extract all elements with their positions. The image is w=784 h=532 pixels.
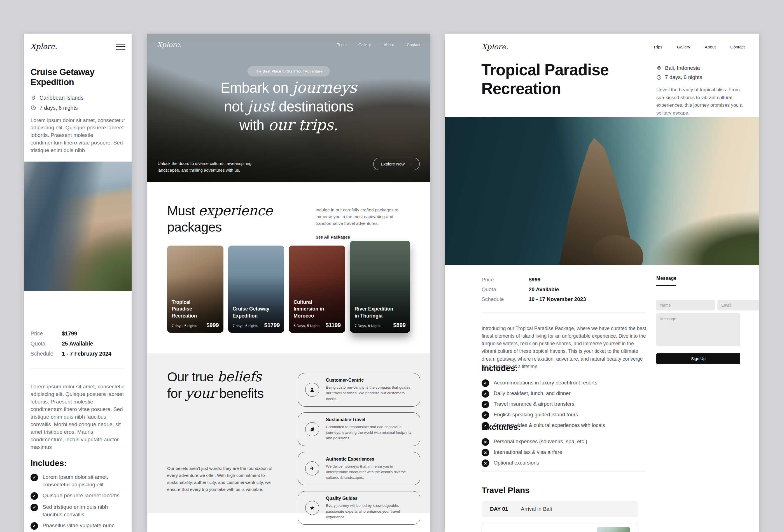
packages-side: Indulge in our carefully crafted package… (315, 207, 410, 241)
package-price: $999 (206, 322, 219, 329)
beliefs-heading: Our true beliefs for your benefits (167, 369, 263, 402)
day-title: Arrival in Bali (521, 506, 552, 512)
list-item: Quisque posuere laoreet lobortis (30, 492, 125, 500)
package-card[interactable]: Cultural Immersion in Morocco 6 Days, 5 … (289, 246, 345, 333)
name-field[interactable] (656, 300, 715, 310)
nav-contact[interactable]: Contact (730, 45, 745, 49)
list-item: Optional excursions (482, 459, 587, 467)
heading-text: for (167, 386, 185, 401)
package-duration: 6 Days, 5 Nights (293, 324, 320, 328)
trip-meta: Bali, Indonesia 7 days, 6 nights Unveil … (656, 65, 746, 117)
message-field[interactable] (656, 313, 740, 346)
belief-cards: Customer-Centric Being customer-centric … (298, 373, 420, 525)
package-duration: 7 days, 6 nights (172, 324, 197, 328)
detail-label: Schedule (30, 351, 62, 357)
belief-title: Quality Guides (326, 496, 413, 501)
brand-logo: Xplore. (30, 42, 57, 51)
location-label: Bali, Indonesia (665, 65, 700, 71)
headline-italic: journeys (292, 79, 357, 96)
beliefs-section: Our true beliefs for your benefits Our b… (147, 353, 430, 513)
hero-subtext: Unlock the doors to diverse cultures, aw… (158, 160, 256, 174)
schedule-row: Schedule 10 - 17 November 2023 (482, 296, 586, 302)
price-row: Price $999 (482, 277, 586, 283)
explore-now-button[interactable]: Explore Now → (373, 158, 420, 170)
nav-contact[interactable]: Contact (407, 43, 420, 47)
tab-message[interactable]: Message (656, 276, 740, 281)
trip-meta: Caribbean Islands 7 days, 6 nights (30, 95, 125, 111)
list-item: International tax & visa airfare (482, 449, 587, 456)
list-item: English-speaking guided island tours (482, 411, 605, 419)
package-price: $1799 (264, 322, 280, 329)
package-duration: 7 Days, 6 Nights (355, 324, 381, 328)
package-card[interactable]: Cruise Getaway Expedition 7 days, 6 nigh… (228, 246, 284, 333)
trip-info: Price $1799 Quota 25 Available Schedule … (24, 330, 132, 532)
list-item: Lorem ipsum dolor sit amet, consectetur … (30, 474, 125, 488)
location-row: Bali, Indonesia (656, 65, 746, 71)
trip-details: Price $999 Quota 20 Available Schedule 1… (482, 277, 586, 306)
travel-plan-day-1[interactable]: DAY 01 Arrival in Bali (482, 501, 638, 517)
nav-gallery[interactable]: Gallery (358, 43, 371, 47)
clock-icon (656, 75, 662, 80)
detail-value: $999 (529, 277, 540, 283)
package-card[interactable]: River Expedition in Thuringia 7 Days, 6 … (350, 241, 410, 333)
list-item: Phasellus vitae vulputate nunc (30, 522, 125, 530)
check-icon (482, 401, 489, 408)
trip-description: Lorem ipsum dolor sit amet, consectetur … (30, 383, 125, 451)
hero-nav: Xplore. Trips Gallery About Contact (147, 34, 430, 49)
headline-text: with (240, 117, 268, 133)
tab-underline (656, 285, 676, 286)
bali-photo (445, 117, 759, 265)
x-icon (482, 438, 489, 446)
x-icon (482, 459, 489, 467)
x-icon (482, 449, 489, 456)
excludes-list: Personal expenses (souvenirs, spa, etc.)… (482, 438, 587, 470)
belief-card: ✈ Authentic Experiences We deliver journ… (298, 452, 420, 485)
heading-text: Our true (167, 369, 217, 384)
check-icon (482, 390, 489, 398)
package-title: River Expedition in Thuringia (355, 306, 398, 319)
detail-header-section: Xplore. Trips Gallery About Contact Trop… (445, 34, 759, 117)
belief-card: ★ Quality Guides Every journey will be l… (298, 491, 420, 525)
menu-icon[interactable] (116, 42, 125, 51)
heading-text: Must (167, 203, 198, 218)
check-icon (30, 522, 38, 530)
detail-label: Schedule (482, 296, 529, 302)
detail-body: Price $999 Quota 20 Available Schedule 1… (445, 265, 759, 532)
location-row: Caribbean Islands (30, 95, 125, 101)
nav-links: Trips Gallery About Contact (337, 43, 420, 47)
check-icon (30, 504, 38, 511)
clock-icon (30, 105, 36, 111)
see-all-packages-link[interactable]: See All Packages (315, 235, 350, 241)
list-item-label: Daily breakfast, lunch, and dinner (494, 390, 571, 398)
nav-gallery[interactable]: Gallery (677, 45, 691, 49)
nav-about[interactable]: About (705, 45, 716, 49)
detail-value: 1 - 7 February 2024 (62, 351, 111, 357)
packages-blurb: Indulge in our carefully crafted package… (315, 207, 410, 227)
duration-label: 7 days, 6 nights (39, 105, 78, 111)
package-title: Tropical Paradise Recreation (172, 299, 212, 319)
nav-trips[interactable]: Trips (337, 43, 345, 47)
list-item-label: International tax & visa airfare (494, 449, 562, 456)
nav-about[interactable]: About (384, 43, 394, 47)
list-item-label: Optional excursions (494, 459, 539, 467)
mobile-trip-panel: Xplore. Cruise Getaway Expedition Caribb… (24, 34, 132, 532)
brand-logo: Xplore. (482, 43, 508, 51)
email-field[interactable] (717, 300, 759, 310)
heading-italic: experience (198, 203, 273, 219)
headline-italic: just (247, 97, 275, 115)
hero-badge: The Best Place to Start Your Adventure (248, 66, 330, 77)
list-item-label: English-speaking guided island tours (494, 411, 578, 419)
trip-detail-panel: Xplore. Trips Gallery About Contact Trop… (445, 34, 759, 532)
package-card[interactable]: Tropical Paradise Recreation 7 days, 6 n… (167, 246, 223, 333)
location-pin-icon (30, 95, 36, 101)
list-item-label: Sed tristique enim quis nibh faucibus co… (43, 503, 125, 518)
arrow-right-icon: → (408, 162, 412, 166)
nav-trips[interactable]: Trips (653, 45, 663, 49)
travel-plan-day-2[interactable]: DAY 02 Beach Exploration (482, 522, 638, 532)
mobile-header: Xplore. (24, 34, 132, 51)
trip-title: Cruise Getaway Expedition (30, 67, 125, 87)
divider (482, 471, 646, 472)
list-item: Sed tristique enim quis nibh faucibus co… (30, 503, 125, 518)
sign-up-button[interactable]: Sign Up (656, 353, 740, 364)
quota-row: Quota 25 Available (30, 340, 125, 347)
